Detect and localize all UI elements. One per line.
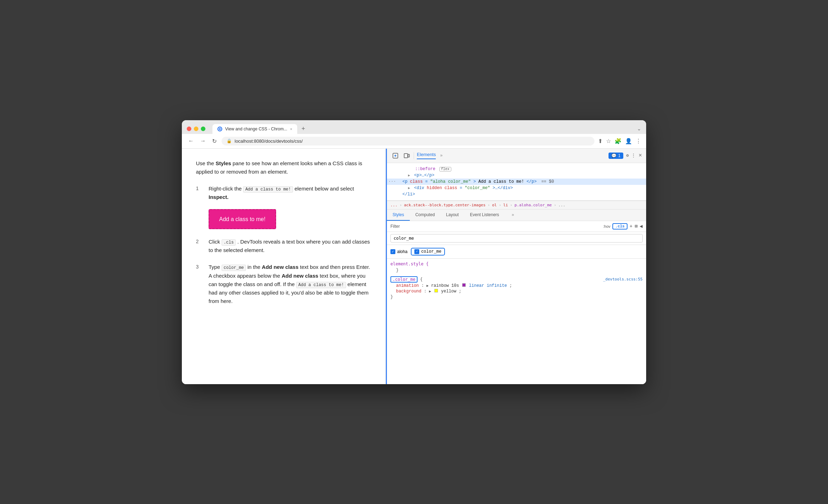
- aloha-checkbox-item: ✓ aloha: [390, 249, 407, 254]
- filter-label: Filter: [390, 224, 400, 229]
- active-tab[interactable]: View and change CSS - Chrom... ×: [212, 124, 297, 134]
- element-style-selector: element.style {: [390, 261, 428, 266]
- lock-icon: 🔒: [227, 138, 232, 143]
- dom-p-line[interactable]: ▶ <p>…</p>: [387, 172, 646, 179]
- tab-computed[interactable]: Computed: [410, 209, 440, 221]
- dom-div-line[interactable]: ▶ <div hidden class = "color_me" >…</div…: [387, 185, 646, 191]
- back-style-button[interactable]: ◀: [640, 223, 643, 229]
- bc-sep4: ›: [510, 203, 512, 207]
- dom-pseudo-before: ::before: [415, 167, 435, 172]
- step-1: 1 Right-click the Add a class to me! ele…: [196, 185, 371, 230]
- step-1-content: Right-click the Add a class to me! eleme…: [209, 185, 371, 230]
- add-style-button[interactable]: +: [630, 224, 632, 229]
- filter-icons: :hov .cls + ⊞ ◀: [603, 223, 643, 230]
- hov-button[interactable]: :hov: [603, 224, 611, 228]
- triangle-icon: ▶: [408, 174, 410, 177]
- settings-icon[interactable]: ⚙: [626, 153, 629, 158]
- bc-li[interactable]: li: [503, 203, 508, 207]
- color-me-selector-line: .color_me {: [390, 277, 423, 282]
- intro-text-pre: Use the: [196, 160, 214, 166]
- inspect-tool-icon[interactable]: [391, 151, 400, 160]
- minimize-traffic-light[interactable]: [194, 127, 198, 131]
- background-value: yellow: [441, 289, 456, 294]
- forward-button[interactable]: →: [199, 137, 207, 145]
- browser-window: View and change CSS - Chrom... × + ⌄ ← →…: [182, 120, 646, 384]
- devtools-pane: Elements » 💬 1 ⚙ ⋮ ×: [386, 149, 646, 384]
- dots-icon: ···: [388, 179, 396, 184]
- background-color-swatch: [434, 289, 438, 292]
- intro-paragraph: Use the Styles pane to see how an elemen…: [196, 159, 371, 176]
- dom-div-close: >…</div>: [493, 186, 513, 190]
- bc-class1[interactable]: ack.stack--block.type.center-images: [404, 203, 486, 207]
- dom-before-line[interactable]: ::before flex: [387, 166, 646, 172]
- background-triangle[interactable]: ▶: [429, 290, 431, 293]
- step2-pre: Click: [209, 239, 222, 245]
- css-source-link[interactable]: _devtools.scss:55: [603, 277, 643, 282]
- menu-icon[interactable]: ⋮: [636, 138, 641, 144]
- new-tab-button[interactable]: +: [299, 124, 308, 134]
- intro-bold: Styles: [216, 160, 231, 166]
- tab-more[interactable]: »: [506, 209, 520, 221]
- elements-panel: ::before flex ▶ <p>…</p> ··· <p: [387, 163, 646, 384]
- aloha-checkbox[interactable]: ✓: [390, 249, 395, 254]
- svg-rect-4: [404, 154, 408, 158]
- share-icon[interactable]: ⬆: [598, 138, 603, 144]
- color-me-checkbox[interactable]: ✓: [414, 249, 419, 254]
- chat-count: 1: [618, 153, 620, 158]
- devtools-more-icon[interactable]: ⋮: [631, 153, 636, 158]
- extensions-icon[interactable]: 🧩: [614, 138, 622, 144]
- refresh-button[interactable]: ⊞: [635, 223, 637, 229]
- step-3: 3 Type color_me in the Add new class tex…: [196, 263, 371, 305]
- devtools-close-button[interactable]: ×: [638, 153, 642, 159]
- dollar-zero: == $0: [541, 179, 554, 184]
- animation-triangle[interactable]: ▶: [426, 284, 428, 288]
- step3-pre: Type: [209, 264, 222, 270]
- tab-close-button[interactable]: ×: [290, 127, 292, 131]
- animation-color-swatch: [462, 283, 466, 287]
- dom-selected-line[interactable]: ··· <p class = "aloha color_me" > Add a …: [387, 179, 646, 185]
- styles-panel: Styles Computed Layout Event Listeners »…: [387, 209, 646, 384]
- main-content: Use the Styles pane to see how an elemen…: [182, 149, 646, 384]
- tab-menu-button[interactable]: ⌄: [637, 126, 641, 131]
- class-input-field[interactable]: [390, 234, 643, 243]
- dom-hidden-attr: hidden: [427, 186, 444, 190]
- background-prop-line: background : ▶ yellow ;: [390, 289, 643, 294]
- dom-li-close-line[interactable]: </li>: [387, 191, 646, 198]
- panel-more-icon[interactable]: »: [440, 153, 442, 158]
- cls-button[interactable]: .cls: [612, 223, 627, 230]
- step-2-content: Click .cls . DevTools reveals a text box…: [209, 238, 371, 254]
- tab-layout[interactable]: Layout: [440, 209, 464, 221]
- fullscreen-traffic-light[interactable]: [201, 127, 205, 131]
- step-2: 2 Click .cls . DevTools reveals a text b…: [196, 238, 371, 254]
- bookmark-icon[interactable]: ☆: [606, 138, 611, 144]
- tab-event-listeners[interactable]: Event Listeners: [464, 209, 505, 221]
- class-checkboxes: ✓ aloha ✓ color_me: [387, 245, 646, 259]
- omnibox[interactable]: 🔒 localhost:8080/docs/devtools/css/: [222, 137, 594, 146]
- title-bar: View and change CSS - Chrom... × + ⌄: [182, 120, 646, 134]
- device-tool-icon[interactable]: [402, 151, 411, 160]
- color-me-close-brace: }: [390, 295, 643, 299]
- reload-button[interactable]: ↻: [211, 137, 218, 145]
- dom-selected-content: <p class = "aloha color_me" > Add a clas…: [402, 179, 554, 184]
- close-traffic-light[interactable]: [187, 127, 191, 131]
- animation-prop: animation: [396, 283, 419, 288]
- chat-badge[interactable]: 💬 1: [609, 153, 623, 159]
- color-me-label: color_me: [421, 249, 441, 254]
- back-button[interactable]: ←: [187, 137, 195, 145]
- bc-ol[interactable]: ol: [492, 203, 497, 207]
- step2-code: .cls: [222, 239, 236, 246]
- bc-p-active[interactable]: p.aloha.color_me: [515, 203, 552, 207]
- chat-icon: 💬: [611, 153, 617, 158]
- add-class-button[interactable]: Add a class to me!: [209, 209, 276, 230]
- step3-code2: Add a class to me!: [296, 282, 346, 288]
- page-content: Use the Styles pane to see how an elemen…: [182, 149, 386, 384]
- browser-toolbar-icons: ⬆ ☆ 🧩 👤 ⋮: [598, 138, 641, 144]
- profile-icon[interactable]: 👤: [625, 138, 632, 144]
- svg-point-2: [219, 128, 221, 130]
- dom-class-value: "aloha color_me": [430, 179, 471, 184]
- step-number-2: 2: [196, 238, 203, 254]
- tab-styles[interactable]: Styles: [387, 209, 410, 221]
- dom-tree: ::before flex ▶ <p>…</p> ··· <p: [387, 163, 646, 201]
- dom-text-content: Add a class to me!: [478, 179, 524, 184]
- elements-panel-title[interactable]: Elements: [417, 152, 436, 159]
